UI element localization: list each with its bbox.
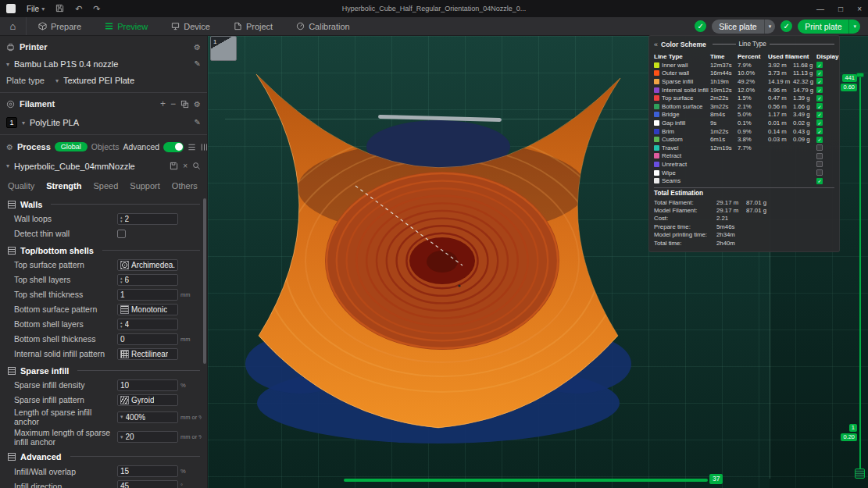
color-scheme-select[interactable]: Line Type [713,41,834,48]
caret-down-icon[interactable]: ▾ [849,23,860,30]
display-checkbox[interactable]: ✓ [816,128,823,134]
tab-project[interactable]: Project [222,17,284,35]
filament-preset-select[interactable]: 1 ▾ PolyLite PLA ✎ [0,116,207,130]
tab-strength[interactable]: Strength [46,181,81,191]
number-field[interactable]: 45 [117,480,178,488]
stepper-field[interactable]: ▴▾6 [117,274,178,286]
combo-field[interactable]: ▾400% [117,411,178,423]
display-checkbox[interactable] [816,161,823,167]
printer-settings-icon[interactable]: ⚙ [194,43,201,52]
display-checkbox[interactable]: ✓ [816,178,823,184]
display-checkbox[interactable]: ✓ [816,78,823,84]
sidebar-scrollbar[interactable] [203,198,206,364]
tab-calibration[interactable]: Calibration [284,17,362,35]
maximize-button[interactable]: □ [838,5,843,13]
pattern-field[interactable]: Rectilinear [117,348,178,360]
line-type-percent: 3.8% [738,136,768,143]
tab-others[interactable]: Others [172,181,198,191]
pattern-field[interactable]: Monotonic [117,304,178,315]
number-field[interactable]: 10 [117,379,178,391]
display-checkbox[interactable]: ✓ [816,119,823,126]
tab-device[interactable]: Device [159,17,222,35]
save-preset-icon[interactable] [170,162,178,170]
tab-prepare[interactable]: Prepare [27,17,93,35]
slice-plate-button[interactable]: Slice plate ▾ [712,20,775,34]
total-value-2: 87.01 g [746,199,834,206]
stepper-arrows[interactable]: ▴▾ [120,216,123,223]
minimize-button[interactable]: — [816,5,824,13]
stepper-field[interactable]: ▴▾4 [117,319,178,330]
layer-slider-track[interactable] [859,75,861,468]
print-plate-button[interactable]: Print plate ▾ [798,20,860,34]
checkbox[interactable] [117,230,126,238]
edit-filament-icon[interactable]: ✎ [195,119,201,126]
number-field[interactable]: 0 [117,333,178,345]
save-project-icon[interactable] [55,4,64,14]
undo-icon[interactable]: ↶ [75,5,82,13]
divider [0,134,207,135]
stepper-arrows[interactable]: ▴▾ [120,321,123,328]
setting-label: Infill direction [14,482,117,488]
number-field[interactable]: 1 [117,289,178,301]
group-title: Walls [20,200,42,209]
close-button[interactable]: × [857,5,862,13]
titlebar: File ▾ ↶ ↷ Hyperbolic_Cube_Half_Regular_… [0,0,868,17]
layers-view-icon[interactable] [855,468,865,479]
plate-type-select[interactable]: Textured PEI Plate [63,76,201,85]
collapse-legend-icon[interactable]: « [654,41,658,48]
total-value-1: 5m46s [716,223,746,230]
home-button[interactable]: ⌂ [0,17,27,35]
line-type-grams: 14.79 g [793,87,816,94]
display-checkbox[interactable]: ✓ [816,62,823,68]
display-checkbox[interactable]: ✓ [816,87,823,93]
redo-icon[interactable]: ↷ [93,5,100,13]
caret-down-icon[interactable]: ▾ [765,23,776,30]
tab-support[interactable]: Support [130,181,160,191]
global-tab-badge[interactable]: Global [55,142,88,151]
display-checkbox[interactable]: ✓ [816,112,823,118]
objects-tab[interactable]: Objects [91,142,120,151]
step-slider-track[interactable] [344,479,708,482]
process-preset-select[interactable]: ▾ Hyperbolic_Cube_04mmNozzle × [0,159,207,173]
delete-preset-icon[interactable]: × [183,162,188,170]
settings-group-header[interactable]: Top/bottom shells [8,243,200,258]
display-checkbox[interactable]: ✓ [816,103,823,109]
edit-printer-icon[interactable]: ✎ [195,60,201,68]
search-preset-icon[interactable] [192,162,201,170]
walls-icon [8,201,16,208]
display-checkbox[interactable]: ✓ [816,70,823,77]
printer-preset-select[interactable]: ▾ Bambu Lab P1S 0.4 nozzle ✎ [0,57,207,71]
pattern-field[interactable]: Archimedea... [117,259,178,271]
advanced-mode-toggle[interactable] [163,142,184,152]
tab-speed[interactable]: Speed [93,181,118,191]
add-filament-icon[interactable]: + [160,99,166,109]
display-checkbox[interactable] [816,144,823,151]
settings-group-header[interactable]: Advanced [8,449,200,464]
display-checkbox[interactable]: ✓ [816,137,823,143]
combo-field[interactable]: ▾20 [117,431,178,443]
display-checkbox[interactable] [816,169,823,176]
stepper-arrows[interactable]: ▴▾ [120,276,123,283]
window-title: Hyperbolic_Cube_Half_Regular_Orientation… [0,5,868,12]
settings-group-header[interactable]: Walls [8,197,200,212]
tab-quality[interactable]: Quality [8,181,34,191]
tab-preview-label: Preview [117,22,148,31]
file-menu[interactable]: File ▾ [27,5,45,13]
number-field[interactable]: 15 [117,465,178,477]
tab-preview[interactable]: Preview [93,17,159,35]
display-checkbox[interactable] [816,153,823,159]
compare-presets-icon[interactable] [200,143,208,151]
flush-options-icon[interactable] [180,100,189,109]
remove-filament-icon[interactable]: − [170,99,176,109]
pattern-field[interactable]: Gyroid [117,394,178,406]
settings-group-header[interactable]: Sparse infill [8,363,200,378]
stepper-field[interactable]: ▴▾2 [117,213,178,225]
param-list-icon[interactable] [188,143,196,151]
filament-settings-icon[interactable]: ⚙ [194,100,201,109]
layer-slider-handle[interactable] [856,73,864,77]
total-row: Total Filament:29.17 m87.01 g [654,198,834,206]
display-checkbox[interactable]: ✓ [816,95,823,102]
plate-thumbnail[interactable]: 1 [210,36,237,61]
setting-value: 20 [126,433,134,441]
setting-unit: mm [178,336,200,343]
